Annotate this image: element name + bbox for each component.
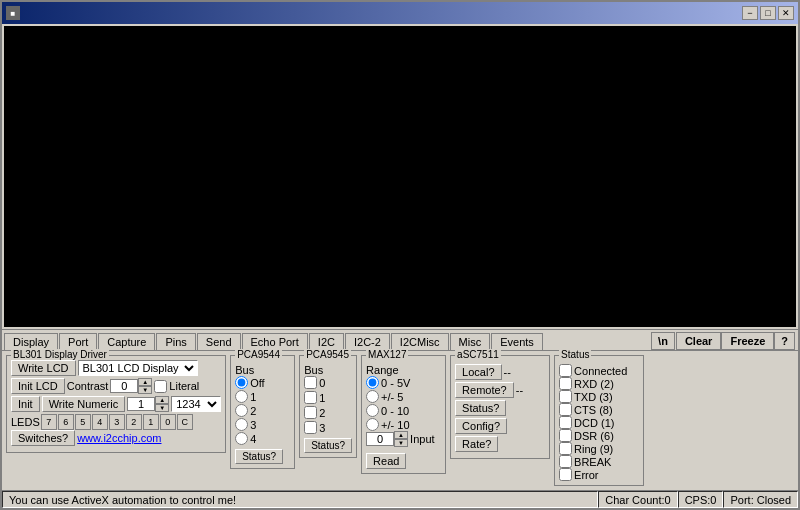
led-4[interactable]: 4 [92,414,108,430]
bus-4-item: 4 [235,432,290,445]
lcd-select[interactable]: BL301 LCD Display [78,360,198,376]
led-0[interactable]: 0 [160,414,176,430]
cb-2[interactable] [304,406,317,419]
break-checkbox[interactable] [559,455,572,468]
tab-echo-port[interactable]: Echo Port [242,333,308,350]
led-1[interactable]: 1 [143,414,159,430]
cps-label: CPS: [685,494,711,506]
status-items: Connected RXD (2) TXD (3) CTS (8) [559,364,639,481]
error-checkbox[interactable] [559,468,572,481]
config-button[interactable]: Config? [455,418,507,434]
contrast-down[interactable]: ▼ [138,386,152,394]
init-button[interactable]: Init [11,396,40,412]
rxd-label: RXD (2) [574,378,614,390]
numeric-down[interactable]: ▼ [155,404,169,412]
tab-i2cmisc[interactable]: I2CMisc [391,333,449,350]
write-numeric-button[interactable]: Write Numeric [42,396,125,412]
cb-0-item: 0 [304,376,352,389]
freeze-button[interactable]: Freeze [721,332,774,350]
led-2[interactable]: 2 [126,414,142,430]
tab-display[interactable]: Display [4,333,58,351]
bl301-bottom-row: Switches? www.i2cchip.com [11,430,221,446]
tab-capture[interactable]: Capture [98,333,155,350]
close-button[interactable]: ✕ [778,6,794,20]
range-0-5v-radio[interactable] [366,376,379,389]
asc7511-group: aSC7511 Local? -- Remote? -- Status? Con… [450,355,550,459]
init-lcd-button[interactable]: Init LCD [11,378,65,394]
rxd-item: RXD (2) [559,377,639,390]
dcd-label: DCD (1) [574,417,614,429]
remote-button[interactable]: Remote? [455,382,514,398]
switches-button[interactable]: Switches? [11,430,75,446]
pca9545-status-button[interactable]: Status? [304,438,352,453]
range-pm10-radio[interactable] [366,418,379,431]
bus-3-radio[interactable] [235,418,248,431]
backslash-n-button[interactable]: \n [651,332,675,350]
tab-i2c2[interactable]: I2C-2 [345,333,390,350]
led-5[interactable]: 5 [75,414,91,430]
max127-read-button[interactable]: Read [366,453,406,469]
display-area [4,26,796,327]
tab-pins[interactable]: Pins [156,333,195,350]
char-count-value: 0 [665,494,671,506]
max127-up[interactable]: ▲ [394,431,408,439]
bus-off-radio[interactable] [235,376,248,389]
bus-1-radio[interactable] [235,390,248,403]
tab-port[interactable]: Port [59,333,97,350]
cb-3[interactable] [304,421,317,434]
numeric-up[interactable]: ▲ [155,396,169,404]
numeric-select[interactable]: 1234 [171,396,221,412]
numeric-input[interactable] [127,397,155,411]
contrast-input[interactable] [110,379,138,393]
bus-2-radio[interactable] [235,404,248,417]
tab-events[interactable]: Events [491,333,543,350]
ring-checkbox[interactable] [559,442,572,455]
cts-checkbox[interactable] [559,403,572,416]
pca9544-status-button[interactable]: Status? [235,449,283,464]
tab-i2c[interactable]: I2C [309,333,344,350]
contrast-up[interactable]: ▲ [138,378,152,386]
help-button[interactable]: ? [774,332,795,350]
max127-down[interactable]: ▼ [394,439,408,447]
bus-4-radio[interactable] [235,432,248,445]
rxd-checkbox[interactable] [559,377,572,390]
dsr-item: DSR (6) [559,429,639,442]
bus-off-label: Off [250,377,264,389]
write-lcd-button[interactable]: Write LCD [11,360,76,376]
cb-1[interactable] [304,391,317,404]
tab-misc[interactable]: Misc [450,333,491,350]
numeric-spinner-btns: ▲ ▼ [155,396,169,412]
literal-checkbox[interactable] [154,380,167,393]
tab-send[interactable]: Send [197,333,241,350]
dcd-checkbox[interactable] [559,416,572,429]
local-button[interactable]: Local? [455,364,501,380]
asc7511-status-button[interactable]: Status? [455,400,506,416]
pca9545-bus-label: Bus [304,364,352,376]
cts-item: CTS (8) [559,403,639,416]
txd-checkbox[interactable] [559,390,572,403]
led-7[interactable]: 7 [41,414,57,430]
led-6[interactable]: 6 [58,414,74,430]
asc7511-title: aSC7511 [455,349,501,360]
clear-button[interactable]: Clear [676,332,722,350]
contrast-spinner[interactable]: ▲ ▼ [110,378,152,394]
led-c[interactable]: C [177,414,193,430]
max127-input[interactable] [366,432,394,446]
max127-spinner[interactable]: ▲ ▼ [366,431,408,447]
maximize-button[interactable]: □ [760,6,776,20]
title-controls[interactable]: − □ ✕ [742,6,794,20]
range-0-10-radio[interactable] [366,404,379,417]
connected-checkbox[interactable] [559,364,572,377]
website-link[interactable]: www.i2cchip.com [77,432,161,444]
numeric-spinner[interactable]: ▲ ▼ [127,396,169,412]
leds-label: LEDS [11,416,40,428]
cb-0[interactable] [304,376,317,389]
rate-button[interactable]: Rate? [455,436,498,452]
range-pm5-radio[interactable] [366,390,379,403]
bus-3-item: 3 [235,418,290,431]
led-3[interactable]: 3 [109,414,125,430]
ring-label: Ring (9) [574,443,613,455]
max127-title: MAX127 [366,349,408,360]
dsr-checkbox[interactable] [559,429,572,442]
minimize-button[interactable]: − [742,6,758,20]
